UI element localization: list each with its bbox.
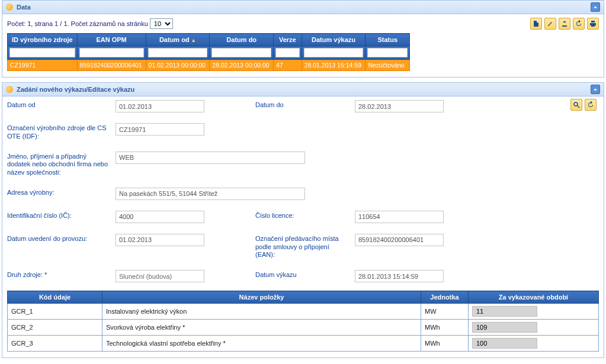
pencil-icon xyxy=(547,20,554,27)
data-panel-body: Počet: 1, strana 1 / 1. Počet záznamů na… xyxy=(2,14,604,77)
filter-status[interactable] xyxy=(367,48,408,57)
input-hodnota[interactable] xyxy=(472,338,537,349)
data-panel: Data Počet: 1, strana 1 / 1. Počet zázna… xyxy=(2,0,604,78)
col-ean[interactable]: EAN OPM xyxy=(77,34,146,46)
cell-verze: 47 xyxy=(274,60,302,71)
form-grid: Datum od Datum do Označení výrobního zdr… xyxy=(7,100,599,282)
pager-row: Počet: 1, strana 1 / 1. Počet záznamů na… xyxy=(7,18,599,30)
pager-text: Počet: 1, strana 1 / 1. Počet záznamů na… xyxy=(7,20,148,27)
col-verze[interactable]: Verze xyxy=(274,34,302,46)
form-panel-header: Zadání nového výkazu/Editace výkazu xyxy=(2,83,604,96)
cell-datum-do: 28.02.2013 00:00:00 xyxy=(210,60,274,71)
input-datum-vykazu[interactable] xyxy=(355,270,444,282)
input-druh-zdroje[interactable] xyxy=(116,270,204,282)
items-row: GCR_1 Instalovaný elektrický výkon MW xyxy=(8,304,599,320)
input-hodnota[interactable] xyxy=(472,306,537,317)
filter-id[interactable] xyxy=(9,48,75,57)
refresh-icon xyxy=(587,101,594,108)
input-datum-od[interactable] xyxy=(116,100,204,112)
edit-button[interactable] xyxy=(544,18,556,30)
form-view-button[interactable] xyxy=(570,99,582,111)
col-jednotka: Jednotka xyxy=(421,291,469,304)
form-panel-body: Datum od Datum do Označení výrobního zdr… xyxy=(2,96,604,357)
input-oznaceni-mista[interactable] xyxy=(355,234,444,246)
chevron-up-icon xyxy=(593,5,598,9)
cell-jednotka: MWh xyxy=(421,320,469,336)
col-id[interactable]: ID výrobního zdroje xyxy=(8,34,78,46)
export-button[interactable] xyxy=(559,18,570,30)
label-datum-od: Datum od xyxy=(7,100,111,109)
input-cislo-licence[interactable] xyxy=(355,211,444,223)
col-kod: Kód údaje xyxy=(8,291,102,304)
chevron-up-icon xyxy=(593,87,598,92)
refresh-icon xyxy=(575,20,582,27)
page-size-select[interactable]: 10 xyxy=(150,18,173,29)
cell-jednotka: MWh xyxy=(421,336,469,352)
cell-hodnota xyxy=(469,336,599,352)
cell-kod: GCR_2 xyxy=(8,320,102,336)
items-row: GCR_3 Technologická vlastní spotřeba ele… xyxy=(8,336,599,352)
cell-nazev: Svorková výroba elektřiny * xyxy=(102,320,421,336)
input-oznaceni-zdroje[interactable] xyxy=(116,123,204,136)
cell-hodnota xyxy=(469,320,599,336)
items-header-row: Kód údaje Název položky Jednotka Za vyka… xyxy=(8,291,599,304)
cell-kod: GCR_3 xyxy=(8,336,102,352)
label-oznaceni-zdroje: Označení výrobního zdroje dle CS OTE (ID… xyxy=(7,123,111,141)
cell-datum-od: 01.02.2013 00:00:00 xyxy=(146,60,210,71)
form-panel-title: Zadání nového výkazu/Editace výkazu xyxy=(17,86,591,93)
filter-datum-vykazu[interactable] xyxy=(304,48,364,57)
col-datum-od[interactable]: Datum od xyxy=(146,34,210,46)
items-table: Kód údaje Název položky Jednotka Za vyka… xyxy=(7,291,599,352)
cell-nazev: Instalovaný elektrický výkon xyxy=(102,304,421,320)
filter-datum-od[interactable] xyxy=(148,48,208,57)
cell-nazev: Technologická vlastní spotřeba elektřiny… xyxy=(102,336,421,352)
input-hodnota[interactable] xyxy=(472,322,537,333)
form-refresh-button[interactable] xyxy=(585,99,597,111)
panel-bullet-icon xyxy=(6,4,13,11)
label-datum-do: Datum do xyxy=(255,100,350,109)
cell-datum-vykazu: 28.01.2013 15:14:59 xyxy=(302,60,365,71)
grid-filter-row xyxy=(8,46,410,60)
form-panel: Zadání nového výkazu/Editace výkazu Datu… xyxy=(2,82,604,358)
collapse-button[interactable] xyxy=(591,2,600,12)
filter-verze[interactable] xyxy=(275,48,300,57)
input-jmeno[interactable] xyxy=(116,152,305,164)
print-button[interactable] xyxy=(587,18,599,30)
col-datum-vykazu[interactable]: Datum výkazu xyxy=(302,34,365,46)
filter-datum-do[interactable] xyxy=(211,48,271,57)
cell-ean: 859182400200006401 xyxy=(77,60,146,71)
collapse-button[interactable] xyxy=(591,85,600,94)
items-row: GCR_2 Svorková výroba elektřiny * MWh xyxy=(8,320,599,336)
magnifier-icon xyxy=(573,101,580,108)
col-nazev: Název položky xyxy=(102,291,421,304)
col-datum-do[interactable]: Datum do xyxy=(210,34,274,46)
input-ic[interactable] xyxy=(116,211,204,223)
col-status[interactable]: Status xyxy=(365,34,410,46)
cell-jednotka: MW xyxy=(421,304,469,320)
label-ic: Identifikační číslo (IČ): xyxy=(7,211,111,220)
data-panel-title: Data xyxy=(17,4,591,11)
document-new-icon xyxy=(533,20,540,27)
label-datum-vykazu: Datum výkazu xyxy=(255,270,350,279)
label-jmeno: Jméno, příjmení a případný dodatek nebo … xyxy=(7,152,111,177)
grid-data-row[interactable]: CZ19971 859182400200006401 01.02.2013 00… xyxy=(8,60,410,71)
input-datum-uvedeni[interactable] xyxy=(116,234,204,246)
svg-point-0 xyxy=(574,102,578,106)
filter-ean[interactable] xyxy=(79,48,144,57)
refresh-button[interactable] xyxy=(573,18,585,30)
label-datum-uvedeni: Datum uvedení do provozu: xyxy=(7,234,111,243)
label-oznaceni-mista: Označení předávacího místa podle smlouvy… xyxy=(255,234,350,259)
col-obdobi: Za vykazované období xyxy=(469,291,599,304)
label-druh-zdroje: Druh zdroje: * xyxy=(7,270,111,279)
input-adresa[interactable] xyxy=(116,188,305,200)
new-button[interactable] xyxy=(530,18,542,30)
input-datum-do[interactable] xyxy=(355,100,444,112)
grid-header-row: ID výrobního zdroje EAN OPM Datum od Dat… xyxy=(8,34,410,46)
panel-bullet-icon xyxy=(6,86,13,93)
export-icon xyxy=(561,20,568,27)
label-adresa: Adresa výrobny: xyxy=(7,188,111,197)
label-cislo-licence: Číslo licence: xyxy=(255,211,350,220)
form-toolbar xyxy=(570,99,597,111)
data-grid: ID výrobního zdroje EAN OPM Datum od Dat… xyxy=(7,33,410,71)
cell-status: Nezúčtováno xyxy=(365,60,410,71)
